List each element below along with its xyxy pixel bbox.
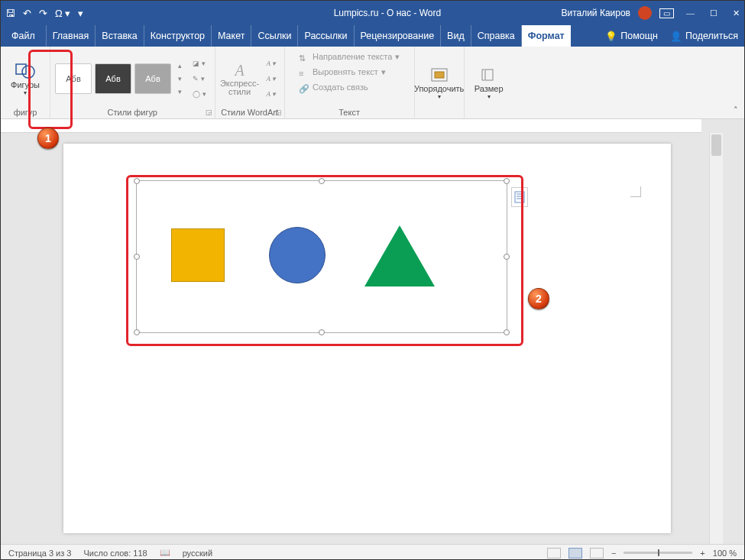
scrollbar-thumb[interactable] — [711, 134, 721, 156]
layout-options-button[interactable] — [511, 187, 528, 207]
ribbon-display-icon[interactable]: ▭ — [659, 8, 674, 18]
shape-style-2[interactable]: Абв — [95, 63, 131, 94]
ribbon-group-size: Размер ▾ — [465, 47, 513, 118]
save-icon[interactable]: 🖫 — [5, 8, 15, 19]
resize-handle[interactable] — [504, 254, 510, 260]
user-name[interactable]: Виталий Каиров — [561, 8, 630, 18]
vertical-scrollbar[interactable] — [709, 133, 723, 544]
text-outline-button[interactable]: A ▾ — [263, 73, 280, 85]
shape-circle[interactable] — [269, 227, 326, 283]
shapes-button[interactable]: Фигуры ▾ — [5, 53, 45, 104]
shape-style-1[interactable]: Абв — [55, 63, 92, 94]
tab-file[interactable]: Файл — [1, 25, 47, 47]
gallery-more-icon[interactable]: ▾ — [174, 86, 186, 98]
tell-me-button[interactable]: 💡Помощн — [599, 25, 664, 47]
tab-mailings[interactable]: Рассылки — [298, 25, 354, 47]
gallery-up-icon[interactable]: ▴ — [174, 60, 186, 72]
tab-view[interactable]: Вид — [441, 25, 471, 47]
status-word-count[interactable]: Число слов: 118 — [83, 549, 147, 558]
svg-point-1 — [22, 66, 34, 78]
text-direction-button[interactable]: ⇅Направление текста ▾ — [299, 50, 400, 63]
text-effects-button[interactable]: A ▾ — [263, 88, 280, 100]
quick-access-toolbar: 🖫 ↶ ↷ Ω ▾ ▾ — [5, 8, 83, 19]
tab-home[interactable]: Главная — [47, 25, 96, 47]
tab-format[interactable]: Формат — [522, 25, 571, 47]
close-icon[interactable]: ✕ — [733, 8, 740, 18]
tab-review[interactable]: Рецензирование — [355, 25, 442, 47]
wordart-icon: A — [235, 62, 244, 79]
text-fill-button[interactable]: A ▾ — [263, 57, 280, 70]
zoom-slider[interactable] — [624, 552, 692, 554]
document-page[interactable] — [63, 144, 671, 533]
horizontal-ruler[interactable] — [1, 119, 701, 133]
proofing-icon[interactable]: 📖 — [160, 548, 170, 558]
user-avatar-icon[interactable] — [638, 6, 652, 20]
tab-insert[interactable]: Вставка — [96, 25, 144, 47]
shape-style-3[interactable]: Абв — [134, 63, 171, 94]
resize-handle[interactable] — [319, 329, 325, 335]
gallery-down-icon[interactable]: ▾ — [174, 73, 186, 85]
text-direction-icon: ⇅ — [299, 51, 309, 62]
tab-layout[interactable]: Макет — [212, 25, 251, 47]
svg-rect-3 — [435, 72, 444, 78]
wordart-styles-button[interactable]: A Экспресс-стили — [220, 53, 260, 104]
resize-handle[interactable] — [319, 178, 325, 184]
shape-effects-button[interactable]: ◯ ▾ — [189, 88, 210, 100]
redo-icon[interactable]: ↷ — [39, 8, 47, 19]
document-title: Lumpics.ru - О нас - Word — [83, 8, 561, 18]
view-web-layout-button[interactable] — [590, 548, 604, 558]
shape-fill-button[interactable]: ◪ ▾ — [189, 57, 210, 70]
resize-handle[interactable] — [134, 254, 140, 260]
svg-rect-5 — [515, 192, 524, 202]
size-icon — [481, 67, 497, 84]
shapes-icon — [15, 62, 35, 80]
collapse-ribbon-icon[interactable]: ˄ — [727, 102, 744, 118]
ribbon-tabs: Файл Главная Вставка Конструктор Макет С… — [1, 25, 744, 47]
margin-indicator — [630, 186, 641, 197]
shape-rectangle[interactable] — [171, 228, 225, 282]
maximize-icon[interactable]: ☐ — [710, 8, 717, 18]
status-bar: Страница 3 из 3 Число слов: 118 📖 русски… — [1, 544, 744, 560]
ribbon-group-wordart: A Экспресс-стили A ▾ A ▾ A ▾ Стили WordA… — [215, 47, 285, 118]
qat-customize-icon[interactable]: ▾ — [78, 8, 83, 19]
arrange-label: Упорядочить — [414, 84, 464, 93]
undo-icon[interactable]: ↶ — [23, 8, 31, 19]
view-print-layout-button[interactable] — [568, 548, 582, 558]
lightbulb-icon: 💡 — [605, 31, 617, 42]
align-text-icon: ≡ — [299, 66, 309, 77]
tab-references[interactable]: Ссылки — [251, 25, 298, 47]
resize-handle[interactable] — [504, 329, 510, 335]
dialog-launcher-wordart-icon[interactable]: ◲ — [275, 108, 282, 116]
zoom-out-button[interactable]: − — [611, 549, 616, 558]
ribbon-group-shape-styles: Абв Абв Абв ▴ ▾ ▾ ◪ ▾ ✎ ▾ ◯ ▾ Стили фигу… — [50, 47, 215, 118]
group-label-insert: фигур — [14, 108, 37, 117]
arrange-button[interactable]: Упорядочить ▾ — [419, 58, 459, 108]
resize-handle[interactable] — [134, 329, 140, 335]
resize-handle[interactable] — [134, 178, 140, 184]
tab-design[interactable]: Конструктор — [144, 25, 212, 47]
share-button[interactable]: 👤Поделиться — [664, 25, 744, 47]
link-icon: 🔗 — [299, 82, 309, 92]
shape-outline-button[interactable]: ✎ ▾ — [189, 73, 210, 85]
zoom-level[interactable]: 100 % — [713, 549, 737, 558]
share-icon: 👤 — [670, 31, 682, 42]
status-page[interactable]: Страница 3 из 3 — [8, 549, 71, 558]
size-button[interactable]: Размер ▾ — [469, 58, 509, 108]
symbol-icon[interactable]: Ω ▾ — [55, 8, 70, 19]
create-link-button[interactable]: 🔗Создать связь — [299, 80, 368, 94]
ribbon-group-text: ⇅Направление текста ▾ ≡Выровнять текст ▾… — [285, 47, 415, 118]
zoom-in-button[interactable]: + — [700, 549, 705, 558]
resize-handle[interactable] — [504, 178, 510, 184]
tab-help[interactable]: Справка — [471, 25, 522, 47]
view-read-mode-button[interactable] — [547, 548, 561, 558]
align-text-button[interactable]: ≡Выровнять текст ▾ — [299, 65, 386, 79]
dialog-launcher-icon[interactable]: ◲ — [206, 108, 212, 116]
group-label-styles: Стили фигур — [108, 108, 157, 117]
wordart-label: Экспресс-стили — [220, 79, 260, 96]
minimize-icon[interactable]: — — [686, 8, 695, 18]
svg-rect-4 — [485, 70, 493, 80]
shape-triangle[interactable] — [364, 225, 435, 286]
status-language[interactable]: русский — [183, 549, 212, 558]
arrange-icon — [430, 67, 449, 84]
drawing-canvas-selection[interactable] — [136, 180, 507, 333]
